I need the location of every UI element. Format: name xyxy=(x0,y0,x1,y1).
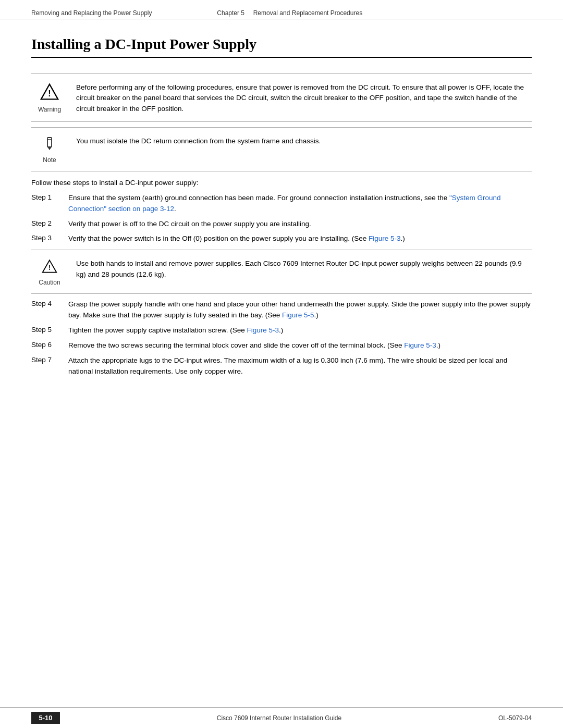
caution-icon-col: ! Caution xyxy=(31,257,68,286)
warning-icon: ! xyxy=(40,82,59,104)
main-content: ! Warning Before performing any of the f… xyxy=(0,73,563,377)
intro-paragraph: Follow these steps to install a DC-input… xyxy=(31,178,532,189)
note-text: You must isolate the DC return connectio… xyxy=(76,135,532,146)
step-3-text: Verify that the power switch is in the O… xyxy=(68,233,532,244)
note-icon xyxy=(42,136,57,154)
chapter-title: Removal and Replacement Procedures xyxy=(253,9,362,17)
caution-text: Use both hands to install and remove pow… xyxy=(76,257,532,280)
step-4-label: Step 4 xyxy=(31,299,60,307)
caution-icon: ! xyxy=(42,258,57,277)
step-2-text: Verify that power is off to the DC circu… xyxy=(68,219,532,230)
chapter-info: Chapter 5 Removal and Replacement Proced… xyxy=(152,9,427,17)
svg-text:!: ! xyxy=(48,265,51,272)
step-7-row: Step 7 Attach the appropriate lugs to th… xyxy=(31,355,532,377)
breadcrumb: Removing and Replacing the Power Supply xyxy=(31,9,152,17)
step-3-text-after: .) xyxy=(401,235,405,242)
step-7-label: Step 7 xyxy=(31,355,60,364)
svg-marker-3 xyxy=(47,147,52,150)
step-3-row: Step 3 Verify that the power switch is i… xyxy=(31,233,532,244)
warning-label: Warning xyxy=(38,106,61,113)
step-1-text-after: . xyxy=(174,205,176,213)
warning-text: Before performing any of the following p… xyxy=(76,81,532,114)
note-block: Note You must isolate the DC return conn… xyxy=(31,127,532,171)
step-1-row: Step 1 Ensure that the system (earth) gr… xyxy=(31,193,532,215)
step-5-text-before: Tighten the power supply captive install… xyxy=(68,326,247,334)
step-2-label: Step 2 xyxy=(31,219,60,227)
page-footer: 5-10 Cisco 7609 Internet Router Installa… xyxy=(0,707,563,728)
title-section: Installing a DC-Input Power Supply xyxy=(0,19,563,68)
footer-left-text: Cisco 7609 Internet Router Installation … xyxy=(217,714,341,722)
step-4-link[interactable]: Figure 5-5 xyxy=(282,311,314,319)
step-6-text-before: Remove the two screws securing the termi… xyxy=(68,341,404,349)
step-2-row: Step 2 Verify that power is off to the D… xyxy=(31,219,532,230)
step-7-text: Attach the appropriate lugs to the DC-in… xyxy=(68,355,532,377)
step-3-label: Step 3 xyxy=(31,233,60,242)
caution-block: ! Caution Use both hands to install and … xyxy=(31,250,532,294)
step-5-link[interactable]: Figure 5-3 xyxy=(247,326,279,334)
step-5-text: Tighten the power supply captive install… xyxy=(68,325,532,336)
chapter-label: Chapter 5 xyxy=(217,9,244,17)
step-4-text-after: .) xyxy=(314,311,319,319)
step-3-text-before: Verify that the power switch is in the O… xyxy=(68,235,369,242)
step-1-text-before: Ensure that the system (earth) ground co… xyxy=(68,194,449,202)
step-5-text-after: .) xyxy=(279,326,283,334)
step-6-label: Step 6 xyxy=(31,340,60,349)
page-header: Removing and Replacing the Power Supply … xyxy=(0,0,563,19)
step-4-row: Step 4 Grasp the power supply handle wit… xyxy=(31,299,532,321)
caution-label: Caution xyxy=(39,279,60,286)
note-label: Note xyxy=(43,156,56,164)
step-6-link[interactable]: Figure 5-3 xyxy=(404,341,436,349)
step-6-text-after: .) xyxy=(436,341,440,349)
step-5-row: Step 5 Tighten the power supply captive … xyxy=(31,325,532,336)
step-6-text: Remove the two screws securing the termi… xyxy=(68,340,532,351)
warning-icon-col: ! Warning xyxy=(31,81,68,113)
footer-right-text: OL-5079-04 xyxy=(498,714,532,722)
warning-block: ! Warning Before performing any of the f… xyxy=(31,73,532,122)
page-title: Installing a DC-Input Power Supply xyxy=(31,36,532,58)
svg-text:!: ! xyxy=(48,89,51,98)
page-container: Removing and Replacing the Power Supply … xyxy=(0,0,563,728)
step-3-link[interactable]: Figure 5-3 xyxy=(369,235,401,242)
step-1-label: Step 1 xyxy=(31,193,60,201)
step-6-row: Step 6 Remove the two screws securing th… xyxy=(31,340,532,351)
step-5-label: Step 5 xyxy=(31,325,60,334)
page-number: 5-10 xyxy=(31,712,60,724)
step-4-text: Grasp the power supply handle with one h… xyxy=(68,299,532,321)
step-1-text: Ensure that the system (earth) ground co… xyxy=(68,193,532,215)
svg-rect-2 xyxy=(47,138,52,147)
note-icon-col: Note xyxy=(31,135,68,164)
